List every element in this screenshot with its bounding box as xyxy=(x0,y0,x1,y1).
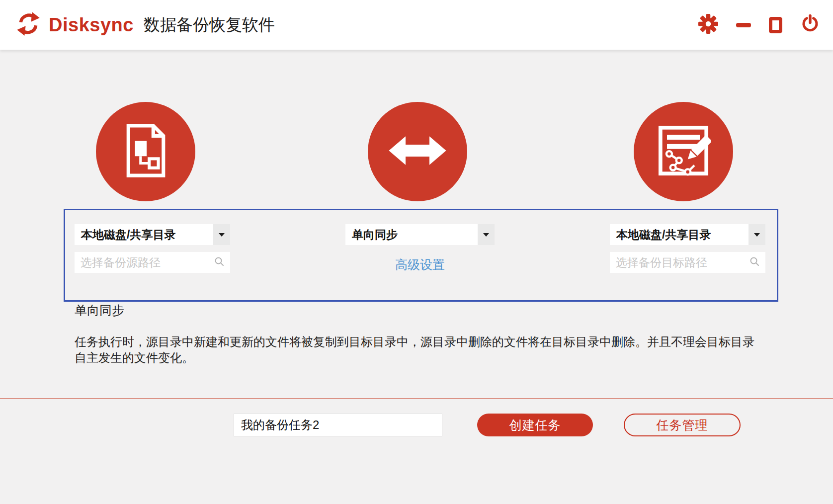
sync-mode-arrowbox[interactable] xyxy=(478,224,495,245)
source-type-arrowbox[interactable] xyxy=(213,224,230,245)
sync-logo-icon xyxy=(15,11,42,39)
sync-mode-circle[interactable] xyxy=(368,102,467,201)
task-name-input[interactable] xyxy=(234,414,442,436)
maximize-icon xyxy=(769,17,782,33)
task-edit-icon xyxy=(656,123,711,180)
two-way-arrow-icon xyxy=(388,133,447,170)
source-path-field[interactable] xyxy=(75,252,230,273)
description-line-1: 任务执行时，源目录中新建和更新的文件将被复制到目标目录中，源目录中删除的文件将在… xyxy=(75,334,754,350)
disksync-window: Disksync 数据备份恢复软件 xyxy=(0,0,833,504)
source-type-dropdown[interactable]: 本地磁盘/共享目录 xyxy=(75,224,230,245)
manage-tasks-button[interactable]: 任务管理 xyxy=(624,414,741,436)
power-button[interactable] xyxy=(800,14,820,36)
create-task-button[interactable]: 创建任务 xyxy=(477,414,593,436)
sync-mode-value: 单向同步 xyxy=(352,227,398,243)
brand-name: Disksync xyxy=(49,14,134,36)
chevron-down-icon xyxy=(219,233,225,237)
sync-mode-description: 任务执行时，源目录中新建和更新的文件将被复制到目标目录中，源目录中删除的文件将在… xyxy=(75,334,754,366)
chevron-down-icon xyxy=(754,233,760,237)
settings-button[interactable] xyxy=(698,14,718,36)
description-line-2: 自主发生的文件变化。 xyxy=(75,350,754,366)
target-type-dropdown[interactable]: 本地磁盘/共享目录 xyxy=(610,224,765,245)
red-divider xyxy=(0,398,833,399)
target-path-input[interactable] xyxy=(616,256,747,269)
brand: Disksync 数据备份恢复软件 xyxy=(15,11,275,39)
target-circle[interactable] xyxy=(634,102,733,201)
source-path-input[interactable] xyxy=(81,256,211,269)
window-controls xyxy=(698,0,820,50)
power-icon xyxy=(800,14,820,36)
source-type-value: 本地磁盘/共享目录 xyxy=(81,227,175,243)
target-type-arrowbox[interactable] xyxy=(749,224,765,245)
sync-mode-title: 单向同步 xyxy=(75,302,124,319)
app-title: 数据备份恢复软件 xyxy=(144,14,275,36)
search-icon[interactable] xyxy=(750,256,759,268)
title-bar: Disksync 数据备份恢复软件 xyxy=(0,0,833,50)
search-icon[interactable] xyxy=(214,256,224,268)
source-circle[interactable] xyxy=(96,102,195,201)
minimize-icon xyxy=(736,23,751,27)
gear-icon xyxy=(698,14,718,36)
minimize-button[interactable] xyxy=(736,23,751,27)
chevron-down-icon xyxy=(483,233,489,237)
target-type-value: 本地磁盘/共享目录 xyxy=(616,227,711,243)
advanced-settings-link[interactable]: 高级设置 xyxy=(345,256,495,273)
sync-mode-dropdown[interactable]: 单向同步 xyxy=(345,224,495,245)
source-document-icon xyxy=(123,122,168,181)
target-path-field[interactable] xyxy=(610,252,765,273)
maximize-button[interactable] xyxy=(769,17,782,33)
